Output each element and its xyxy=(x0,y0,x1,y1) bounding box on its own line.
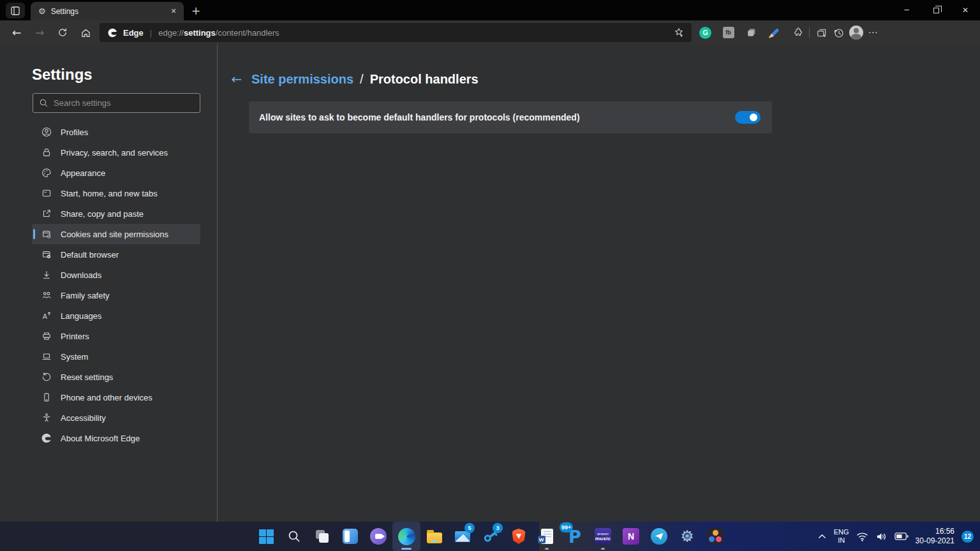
breadcrumb: ← Site permissions / Protocol handlers xyxy=(229,71,980,87)
new-tab-button[interactable]: + xyxy=(187,2,205,20)
settings-search-box[interactable] xyxy=(33,93,200,113)
taskbar-edge-button[interactable] xyxy=(392,522,420,551)
collections-button[interactable] xyxy=(813,24,830,41)
start-button[interactable] xyxy=(252,522,280,551)
editor-extension-button[interactable] xyxy=(766,24,783,41)
brave-lion-icon xyxy=(512,529,526,544)
sidebar-item-printers[interactable]: Printers xyxy=(32,326,200,346)
language-indicator[interactable]: ENG IN xyxy=(834,528,849,545)
word-button[interactable]: W xyxy=(533,522,561,551)
battery-icon[interactable] xyxy=(895,532,909,541)
restore-button[interactable] xyxy=(921,0,951,20)
telegram-button[interactable] xyxy=(645,522,673,551)
cookies-icon xyxy=(41,228,52,240)
settings-nav-list: Profiles Privacy, search, and services A… xyxy=(0,122,217,448)
amazon-music-button[interactable]: amazon music xyxy=(589,522,617,551)
windows-taskbar: 5 3 W 99+ P amazon music N xyxy=(0,522,980,551)
history-button[interactable] xyxy=(830,24,847,41)
date: 30-09-2021 xyxy=(916,536,954,546)
tab-title: Settings xyxy=(51,7,162,16)
sidebar-item-appearance[interactable]: Appearance xyxy=(32,163,200,183)
sidebar-item-label: Accessibility xyxy=(61,413,106,423)
key-app-button[interactable]: 3 xyxy=(477,522,505,551)
p-app-button[interactable]: 99+ P xyxy=(561,522,589,551)
tab-settings[interactable]: ⚙ Settings ✕ xyxy=(31,2,184,20)
printer-icon xyxy=(41,330,52,342)
sidebar-item-accessibility[interactable]: Accessibility xyxy=(32,408,200,428)
url-text[interactable]: edge://settings/content/handlers xyxy=(158,28,279,38)
mail-badge: 5 xyxy=(464,523,475,533)
sidebar-item-share-copy-paste[interactable]: Share, copy and paste xyxy=(32,203,200,224)
sidebar-item-start-home-tabs[interactable]: Start, home, and new tabs xyxy=(32,183,200,203)
back-button[interactable]: ← xyxy=(5,23,28,42)
extensions-menu-button[interactable] xyxy=(789,24,806,41)
sidebar-item-label: Downloads xyxy=(61,270,101,280)
sidebar-item-system[interactable]: System xyxy=(32,346,200,367)
profile-button[interactable] xyxy=(847,24,865,41)
sidebar-item-phone-devices[interactable]: Phone and other devices xyxy=(32,387,200,408)
browser-titlebar: ⚙ Settings ✕ + ─ ✕ xyxy=(0,0,980,20)
volume-icon[interactable] xyxy=(875,531,887,542)
p-app-badge: 99+ xyxy=(560,522,573,533)
settings-and-more-button[interactable]: ⋯ xyxy=(865,24,882,41)
home-button[interactable] xyxy=(74,23,97,42)
tab-actions-button[interactable] xyxy=(6,3,25,18)
edge-logo-icon xyxy=(41,432,52,444)
task-view-button[interactable] xyxy=(308,522,336,551)
sidebar-item-about-edge[interactable]: About Microsoft Edge xyxy=(32,428,200,448)
grammarly-extension-button[interactable]: G xyxy=(697,24,714,41)
laptop-icon xyxy=(41,351,52,362)
settings-page: Settings Profiles Privacy, search, and s… xyxy=(0,45,980,522)
onenote-button[interactable]: N xyxy=(617,522,645,551)
forward-button[interactable]: → xyxy=(28,23,51,42)
wifi-icon[interactable] xyxy=(856,531,868,542)
windows-settings-button[interactable]: ⚙ xyxy=(673,522,701,551)
sidebar-item-downloads[interactable]: Downloads xyxy=(32,265,200,285)
davinci-resolve-button[interactable] xyxy=(701,522,729,551)
sidebar-item-label: Family safety xyxy=(61,291,110,300)
address-bar[interactable]: Edge | edge://settings/content/handlers xyxy=(100,23,692,42)
task-view-icon xyxy=(315,529,330,544)
notification-count-badge[interactable]: 12 xyxy=(961,531,974,543)
widgets-button[interactable] xyxy=(336,522,364,551)
toolbar-divider xyxy=(809,27,810,38)
family-icon xyxy=(41,290,52,301)
mail-button[interactable]: 5 xyxy=(449,522,477,551)
sidebar-item-privacy[interactable]: Privacy, search, and services xyxy=(32,142,200,163)
sidebar-item-cookies-site-permissions[interactable]: Cookies and site permissions xyxy=(32,224,200,244)
fb-extension-button[interactable]: fb xyxy=(720,24,737,41)
setting-label: Allow sites to ask to become default han… xyxy=(259,112,735,122)
add-favorite-button[interactable] xyxy=(669,24,689,41)
reset-icon xyxy=(41,371,52,383)
browser-check-icon xyxy=(41,249,52,260)
file-explorer-button[interactable] xyxy=(420,522,449,551)
breadcrumb-back-icon[interactable]: ← xyxy=(229,71,244,87)
chat-button[interactable] xyxy=(364,522,392,551)
minimize-button[interactable]: ─ xyxy=(892,0,921,20)
sidebar-item-default-browser[interactable]: Default browser xyxy=(32,244,200,265)
taskbar-search-button[interactable] xyxy=(280,522,308,551)
allow-protocol-handlers-toggle[interactable] xyxy=(735,111,761,124)
brave-button[interactable] xyxy=(505,522,533,551)
sidebar-item-profiles[interactable]: Profiles xyxy=(32,122,200,142)
close-tab-icon[interactable]: ✕ xyxy=(167,5,180,18)
close-window-button[interactable]: ✕ xyxy=(951,0,980,20)
sidebar-item-reset-settings[interactable]: Reset settings xyxy=(32,367,200,387)
chat-video-icon xyxy=(370,528,387,545)
system-tray: ENG IN 16:56 30-09-2021 12 xyxy=(817,522,980,551)
sidebar-item-languages[interactable]: A Languages xyxy=(32,305,200,326)
sidebar-item-label: About Microsoft Edge xyxy=(61,434,140,443)
breadcrumb-parent-link[interactable]: Site permissions xyxy=(251,72,353,87)
hidden-icons-chevron[interactable] xyxy=(817,533,827,540)
sidebar-item-family-safety[interactable]: Family safety xyxy=(32,285,200,305)
search-input[interactable] xyxy=(54,98,194,108)
running-indicator xyxy=(545,548,549,550)
history-clock-icon xyxy=(833,27,845,39)
sidebar-item-label: Profiles xyxy=(61,128,88,137)
sidebar-item-label: Languages xyxy=(61,311,101,321)
clock[interactable]: 16:56 30-09-2021 xyxy=(916,527,954,546)
refresh-button[interactable] xyxy=(51,23,74,42)
window-controls: ─ ✕ xyxy=(892,0,980,20)
photos-extension-button[interactable] xyxy=(743,24,760,41)
refresh-icon xyxy=(57,27,68,38)
